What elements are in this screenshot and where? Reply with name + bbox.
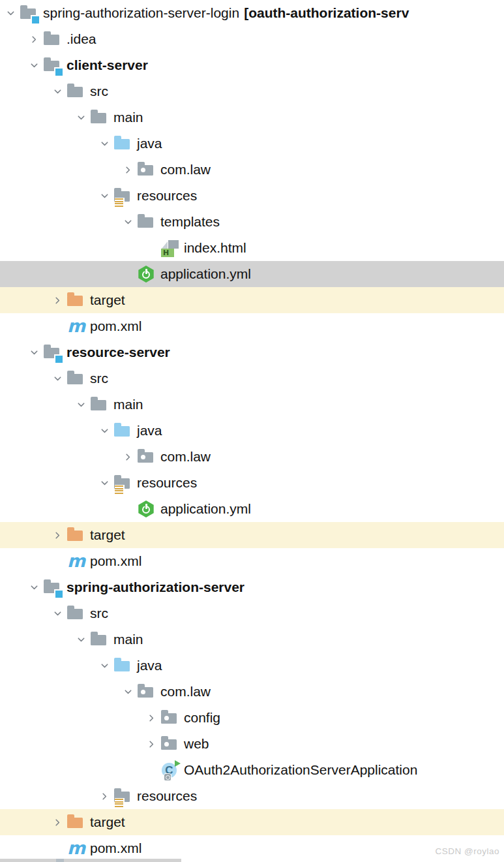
chevron-right-icon[interactable]	[121, 450, 135, 464]
tree-row-application.yml[interactable]: application.yml	[0, 496, 504, 522]
excluded-folder-icon	[67, 524, 85, 546]
chevron-down-icon[interactable]	[97, 136, 111, 151]
folder-icon	[91, 106, 109, 129]
tree-item-label: com.law	[160, 684, 211, 700]
tree-row-oauth2authorizationserverapplication[interactable]: COAuth2AuthorizationServerApplication	[0, 757, 504, 783]
tree-item-label: target	[90, 814, 125, 830]
tree-row-pom.xml[interactable]: mpom.xml	[0, 548, 504, 574]
chevron-down-icon[interactable]	[50, 84, 65, 99]
chevron-down-icon[interactable]	[74, 632, 88, 647]
tree-item-label: resources	[137, 788, 197, 804]
chevron-right-icon[interactable]	[97, 789, 111, 803]
folder-shape	[44, 35, 59, 45]
folder-shape	[114, 191, 130, 202]
tree-row-resources[interactable]: resources	[0, 783, 504, 809]
spring-hexagon	[138, 266, 155, 283]
chevron-down-icon[interactable]	[97, 658, 111, 673]
tree-row-templates[interactable]: templates	[0, 209, 504, 235]
tree-item-label: com.law	[160, 449, 211, 465]
folder-icon	[67, 602, 85, 624]
tree-row-com.law[interactable]: com.law	[0, 444, 504, 470]
tree-item-label: main	[113, 632, 143, 647]
power-symbol-bar	[145, 269, 147, 274]
tree-row-resources[interactable]: resources	[0, 183, 504, 209]
tree-item-label: target	[90, 292, 125, 308]
spring-hexagon	[138, 500, 155, 517]
tree-row-config[interactable]: config	[0, 705, 504, 731]
chevron-down-icon[interactable]	[121, 215, 135, 229]
tree-row-target[interactable]: target	[0, 522, 504, 548]
folder-shape	[114, 792, 130, 802]
tree-row-src[interactable]: src	[0, 365, 504, 392]
chevron-down-icon[interactable]	[97, 423, 111, 438]
tree-row-main[interactable]: main	[0, 392, 504, 418]
chevron-down-icon[interactable]	[50, 371, 65, 386]
tree-item-label-suffix: [oauth-authorization-serv	[244, 5, 409, 21]
horizontal-scrollbar-thumb[interactable]	[0, 859, 181, 862]
tree-row-com.law[interactable]: com.law	[0, 157, 504, 183]
chevron-right-icon[interactable]	[50, 528, 65, 542]
tree-row-pom.xml[interactable]: mpom.xml	[0, 835, 504, 861]
folder-shape	[20, 8, 36, 19]
tree-row-application.yml[interactable]: application.yml	[0, 261, 504, 287]
tree-row-main[interactable]: main	[0, 104, 504, 131]
chevron-right-icon[interactable]	[50, 293, 65, 307]
folder-shape	[44, 61, 59, 71]
tree-row-resource-server[interactable]: resource-server	[0, 339, 504, 365]
tree-row-com.law[interactable]: com.law	[0, 679, 504, 705]
folder-shape	[91, 400, 106, 410]
chevron-down-icon[interactable]	[97, 476, 111, 490]
folder-icon	[67, 80, 85, 102]
chevron-right-icon[interactable]	[50, 815, 65, 829]
tree-row-src[interactable]: src	[0, 600, 504, 626]
resources-folder-icon	[114, 472, 132, 494]
chevron-down-icon[interactable]	[27, 345, 41, 360]
tree-row-java[interactable]: java	[0, 131, 504, 157]
source-folder-icon	[114, 132, 132, 155]
chevron-down-icon[interactable]	[50, 606, 65, 621]
chevron-placeholder	[144, 241, 158, 255]
tree-item-label: src	[90, 606, 108, 621]
module-folder-icon	[20, 2, 38, 24]
tree-row-resources[interactable]: resources	[0, 470, 504, 496]
tree-row-pom.xml[interactable]: mpom.xml	[0, 313, 504, 339]
maven-m-glyph: m	[67, 551, 85, 571]
folder-shape	[67, 818, 83, 828]
chevron-placeholder	[144, 763, 158, 777]
tree-row-client-server[interactable]: client-server	[0, 52, 504, 78]
tree-row-spring-authorization-server[interactable]: spring-authorization-server	[0, 574, 504, 600]
spring-boot-file-icon	[138, 498, 156, 520]
tree-row-.idea[interactable]: .idea	[0, 26, 504, 52]
tree-row-web[interactable]: web	[0, 731, 504, 757]
tree-row-target[interactable]: target	[0, 809, 504, 835]
chevron-down-icon[interactable]	[121, 685, 135, 699]
chevron-right-icon[interactable]	[144, 737, 158, 751]
tree-row-target[interactable]: target	[0, 287, 504, 313]
folder-shape	[67, 296, 83, 306]
folder-shape	[91, 113, 106, 123]
folder-shape	[44, 583, 59, 593]
chevron-down-icon[interactable]	[3, 6, 18, 20]
tree-row-java[interactable]: java	[0, 653, 504, 679]
java-class-icon: C	[161, 759, 179, 781]
tree-row-index.html[interactable]: Hindex.html	[0, 235, 504, 261]
partial-row-icon	[56, 859, 64, 862]
folder-shape	[161, 739, 177, 750]
chevron-right-icon[interactable]	[27, 32, 41, 46]
chevron-down-icon[interactable]	[27, 580, 41, 594]
chevron-down-icon[interactable]	[27, 58, 41, 72]
folder-shape	[138, 165, 153, 176]
tree-row-main[interactable]: main	[0, 626, 504, 653]
chevron-down-icon[interactable]	[97, 189, 111, 203]
tree-row-java[interactable]: java	[0, 418, 504, 444]
tree-row-src[interactable]: src	[0, 78, 504, 104]
tree-row-spring-authorization-server-login[interactable]: spring-authorization-server-login[oauth-…	[0, 0, 504, 26]
chevron-right-icon[interactable]	[121, 162, 135, 177]
chevron-right-icon[interactable]	[144, 711, 158, 725]
tree-item-label: main	[113, 110, 143, 125]
folder-shape	[138, 217, 153, 228]
chevron-down-icon[interactable]	[74, 397, 88, 412]
module-folder-icon	[44, 54, 62, 76]
chevron-down-icon[interactable]	[74, 110, 88, 125]
folder-icon	[91, 393, 109, 416]
